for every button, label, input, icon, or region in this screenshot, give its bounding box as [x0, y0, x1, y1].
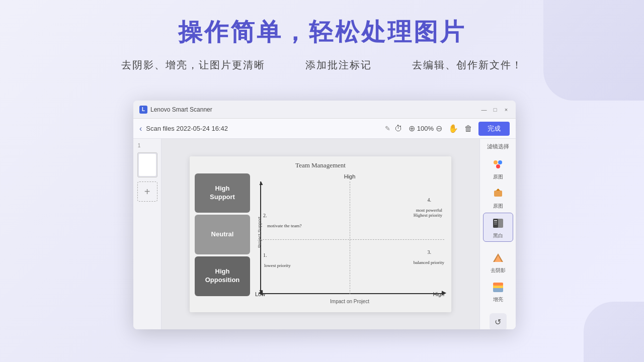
document-view: Team Management HighSupport Neutral: [162, 139, 479, 329]
edit-icon[interactable]: ✎: [385, 125, 390, 132]
sub-item-2: 添加批注标记: [305, 58, 372, 72]
y-axis-arrow-up: ▲: [258, 179, 264, 187]
window-controls: — □ ×: [480, 106, 510, 113]
svg-rect-7: [494, 220, 497, 221]
document-paper: Team Management HighSupport Neutral: [190, 156, 451, 312]
high-support-label: HighSupport: [210, 185, 235, 202]
back-button[interactable]: ‹: [139, 124, 142, 133]
add-page-button[interactable]: +: [137, 182, 157, 202]
zoom-in-button[interactable]: ⊕: [409, 124, 415, 133]
x-low-label: Low: [255, 291, 265, 297]
q2-number: 2.: [263, 213, 267, 218]
filter-bw[interactable]: 黑白: [483, 213, 513, 242]
svg-rect-8: [494, 222, 497, 223]
bg-decoration-bottom: [584, 302, 644, 362]
sub-item-3: 去编辑、创作新文件！: [412, 58, 523, 72]
filter-bw-icon: [490, 215, 506, 231]
rotate-tool-button[interactable]: ↺: [490, 313, 507, 329]
neutral-box: Neutral: [195, 215, 250, 254]
filter-brighten-label: 增亮: [493, 296, 503, 303]
sub-item-1: 去阴影、增亮，让图片更清晰: [121, 58, 265, 72]
svg-rect-3: [494, 191, 502, 197]
q4-text: most powerfulHighest priority: [414, 208, 442, 218]
y-axis-label: Project Support: [257, 217, 262, 248]
filter-original[interactable]: 原图: [483, 154, 513, 183]
filter-bw-label: 黑白: [493, 232, 503, 239]
high-opposition-label: HighOpposition: [205, 267, 240, 285]
svg-rect-14: [493, 283, 503, 286]
filter-brighten-icon: [490, 279, 506, 295]
filter-rotate-label: 原图: [493, 203, 503, 210]
dash-vertical: [350, 182, 350, 294]
high-support-box: HighSupport: [195, 173, 250, 213]
svg-point-1: [498, 160, 502, 164]
toolbar-right: ⏱ ⊕ 100% ⊖ ✋ 🗑 完成: [394, 122, 510, 136]
q4-number: 4.: [428, 197, 432, 203]
hand-tool-icon[interactable]: ✋: [448, 124, 458, 133]
app-window: L Lenovo Smart Scanner — □ × ‹ Scan file…: [133, 101, 516, 329]
history-icon[interactable]: ⏱: [394, 124, 403, 133]
q2-text: motivate the team?: [267, 223, 301, 228]
svg-marker-4: [496, 189, 500, 191]
zoom-out-button[interactable]: ⊖: [436, 124, 442, 133]
zoom-level: 100%: [417, 125, 434, 132]
filter-section-label: 滤镜选择: [487, 143, 509, 150]
svg-point-2: [496, 164, 500, 168]
finish-button[interactable]: 完成: [478, 122, 510, 136]
toolbar: ‹ Scan files 2022-05-24 16:42 ✎ ⏱ ⊕ 100%…: [133, 119, 516, 139]
right-tools: ↺ ⊡ 🔒 ⊞ 🔍: [490, 313, 507, 329]
app-title: Lenovo Smart Scanner: [150, 106, 480, 113]
svg-rect-9: [494, 224, 497, 224]
minimize-button[interactable]: —: [480, 106, 488, 113]
page-number: 1: [138, 143, 141, 148]
thumb-inner: [139, 154, 156, 176]
svg-rect-6: [493, 219, 498, 228]
q1-number: 1.: [263, 252, 267, 258]
file-title: Scan files 2022-05-24 16:42: [146, 125, 380, 132]
delete-icon[interactable]: 🗑: [464, 124, 472, 133]
chart-area: HighSupport Neutral HighOpposition: [195, 173, 446, 305]
title-bar: L Lenovo Smart Scanner — □ ×: [133, 101, 516, 119]
maximize-button[interactable]: □: [492, 106, 499, 113]
filter-rotate-icon: [490, 186, 506, 202]
svg-point-0: [494, 160, 498, 164]
q3-text: balanced priority: [414, 260, 444, 265]
y-axis-top-label: High: [344, 173, 356, 179]
neutral-label: Neutral: [211, 230, 234, 239]
bg-decoration-right: [543, 0, 644, 101]
support-boxes: HighSupport Neutral HighOpposition: [195, 173, 250, 305]
high-opposition-box: HighOpposition: [195, 256, 250, 296]
left-panel: 1 +: [133, 139, 162, 329]
filter-rotate[interactable]: 原图: [483, 184, 513, 212]
content-area: 1 + Team Management: [133, 139, 516, 329]
filter-shadow-label: 去阴影: [491, 267, 506, 274]
q3-number: 3.: [428, 249, 432, 255]
page-thumbnail[interactable]: [137, 152, 157, 177]
app-logo: L: [139, 106, 147, 114]
zoom-controls: ⊕ 100% ⊖: [409, 124, 442, 133]
filter-shadow-icon: [490, 250, 506, 266]
filter-shadow[interactable]: 去阴影: [483, 248, 513, 276]
x-axis-line: [260, 293, 444, 294]
q1-text: lowest priority: [264, 263, 291, 268]
filter-original-label: 原图: [493, 173, 503, 180]
chart-grid: High ▲ ▼ ▶ ◀: [253, 173, 446, 305]
document-content: Team Management HighSupport Neutral: [190, 156, 451, 312]
filter-brighten[interactable]: 增亮: [483, 277, 513, 305]
dash-horizontal: [260, 239, 444, 240]
right-panel: 滤镜选择 原图: [479, 139, 516, 329]
x-high-label: High: [433, 291, 444, 297]
filter-original-icon: [490, 156, 506, 172]
close-button[interactable]: ×: [503, 106, 510, 113]
x-axis-label: Impact on Project: [330, 299, 369, 304]
document-title: Team Management: [195, 161, 446, 169]
